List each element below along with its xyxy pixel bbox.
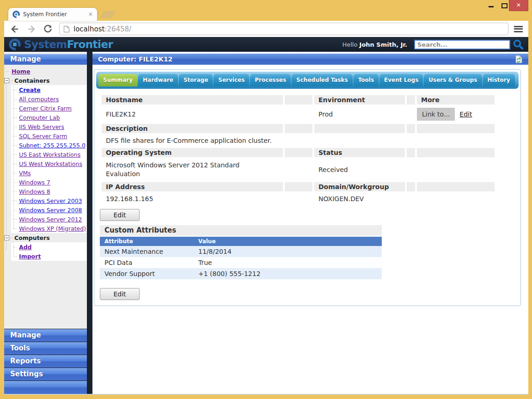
accordion-manage[interactable]: Manage bbox=[4, 329, 87, 342]
refresh-button[interactable] bbox=[43, 24, 53, 34]
hostname-label: Hostname bbox=[102, 95, 283, 104]
summary-fields-table: Hostname Environment More FILE2K12 Prod … bbox=[100, 94, 496, 206]
tab-strip: Summary Hardware Storage Services Proces… bbox=[96, 72, 519, 89]
browser-titlebar: System Frontier ✕ ✕ bbox=[0, 0, 532, 21]
sidebar-item-windows-7: Windows 7 bbox=[11, 178, 87, 187]
address-bar[interactable]: localhost:26458/ bbox=[59, 23, 508, 35]
sidebar-item-windows-server-2008: Windows Server 2008 bbox=[11, 205, 87, 215]
table-row: Next Maintenance 11/8/2014 bbox=[100, 246, 382, 257]
tab-scheduled-tasks[interactable]: Scheduled Tasks bbox=[292, 74, 353, 86]
tab-close-icon[interactable]: ✕ bbox=[88, 12, 93, 17]
sidebar-item-all-computers: All computers bbox=[11, 94, 87, 104]
tab-summary[interactable]: Summary bbox=[98, 74, 137, 86]
tree-line bbox=[6, 80, 6, 251]
window-bottom-frame bbox=[4, 394, 528, 399]
sidebar-header-manage: Manage bbox=[4, 54, 87, 65]
hostname-value: FILE2K12 bbox=[102, 106, 283, 123]
window-maximize-button[interactable] bbox=[501, 3, 508, 8]
domain-label: Domain/Workgroup bbox=[314, 182, 405, 191]
sidebar-accordion: Manage Tools Reports Settings bbox=[4, 329, 87, 394]
window-minimize-button[interactable] bbox=[489, 6, 494, 7]
description-value: DFS file shares for E-Commerce applicati… bbox=[102, 135, 495, 147]
accordion-filler bbox=[4, 381, 87, 394]
browser-menu-button[interactable] bbox=[514, 25, 523, 33]
link-to-button[interactable]: Link to... bbox=[417, 108, 455, 121]
sidebar-item-create: Create bbox=[11, 85, 87, 94]
new-tab-button[interactable] bbox=[100, 11, 116, 18]
main-content: Computer: FILE2K12 Summary Hardware Stor… bbox=[92, 52, 528, 394]
browser-toolbar: localhost:26458/ bbox=[4, 21, 528, 37]
tab-services[interactable]: Services bbox=[214, 74, 249, 86]
tab-title: System Frontier bbox=[23, 11, 88, 18]
domain-value: NOXIGEN.DEV bbox=[314, 193, 405, 205]
system-frontier-logo[interactable]: SystemFrontier bbox=[9, 38, 113, 50]
search-input[interactable] bbox=[414, 40, 510, 49]
export-page-icon[interactable] bbox=[515, 55, 523, 63]
sidebar-item-windows-server-2012: Windows Server 2012 bbox=[11, 215, 87, 224]
collapse-icon[interactable] bbox=[4, 235, 9, 240]
sidebar-item-us-east-workstations: US East Workstations bbox=[11, 150, 87, 159]
sidebar-item-sql-server-farm: SQL Server Farm bbox=[11, 131, 87, 141]
edit-custom-attributes-button[interactable]: Edit bbox=[100, 288, 140, 300]
value-column-header: Value bbox=[194, 237, 382, 246]
page-title: Computer: FILE2K12 bbox=[98, 55, 172, 63]
tab-history[interactable]: History bbox=[483, 74, 515, 86]
sidebar-item-windows-8: Windows 8 bbox=[11, 187, 87, 196]
tab-storage[interactable]: Storage bbox=[179, 74, 213, 86]
tab-processes[interactable]: Processes bbox=[250, 74, 291, 86]
custom-attributes-table: Attribute Value Next Maintenance 11/8/20… bbox=[100, 237, 382, 279]
environment-label: Environment bbox=[314, 95, 405, 104]
user-name: John Smith, Jr. bbox=[360, 41, 407, 48]
status-value: Received bbox=[314, 159, 405, 181]
table-row: PCI Data True bbox=[100, 257, 382, 268]
table-row: Vendor Support +1 (800) 555-1212 bbox=[100, 268, 382, 279]
sidebar-item-windows-server-2003: Windows Server 2003 bbox=[11, 196, 87, 205]
tab-event-logs[interactable]: Event Logs bbox=[379, 74, 423, 86]
custom-attributes-section: Custom Attributes Attribute Value Next M… bbox=[100, 225, 382, 279]
sidebar-item-add: Add bbox=[11, 242, 87, 252]
sidebar-item-vms: VMs bbox=[11, 168, 87, 178]
os-value: Microsoft Windows Server 2012 Standard E… bbox=[102, 159, 283, 181]
sidebar-item-home: Home bbox=[4, 67, 87, 76]
sidebar-tree: Home Containers Create All computers Cer… bbox=[4, 65, 87, 261]
sidebar-item-import: Import bbox=[11, 252, 87, 261]
summary-panel: Summary Hardware Storage Services Proces… bbox=[94, 69, 521, 306]
sidebar-item-windows-xp-migrated: Windows XP (Migrated) bbox=[11, 224, 87, 233]
ip-value: 192.168.1.165 bbox=[102, 193, 283, 205]
more-edit-link[interactable]: Edit bbox=[459, 110, 472, 118]
collapse-icon[interactable] bbox=[4, 78, 9, 83]
sidebar-item-us-west-workstations: US West Workstations bbox=[11, 159, 87, 168]
back-button[interactable] bbox=[10, 24, 20, 34]
browser-tab[interactable]: System Frontier ✕ bbox=[8, 8, 97, 21]
containers-children: Create All computers Cerner Citrix Farm … bbox=[11, 85, 87, 233]
os-label: Operating System bbox=[102, 148, 283, 157]
sidebar-node-computers: Computers bbox=[4, 233, 87, 242]
sidebar-node-containers: Containers bbox=[4, 76, 87, 85]
sidebar-item-subnet: Subnet: 255.255.255.0 bbox=[11, 141, 87, 150]
page-icon bbox=[63, 25, 70, 33]
accordion-reports[interactable]: Reports bbox=[4, 355, 87, 368]
app-header: SystemFrontier Hello John Smith, Jr. bbox=[4, 37, 528, 52]
sidebar-item-computer-lab: Computer Lab bbox=[11, 113, 87, 122]
tab-tools[interactable]: Tools bbox=[354, 74, 379, 86]
accordion-settings[interactable]: Settings bbox=[4, 368, 87, 381]
sidebar-item-cerner-citrix-farm: Cerner Citrix Farm bbox=[11, 104, 87, 113]
window-close-button[interactable]: ✕ bbox=[509, 0, 528, 11]
computers-children: Add Import bbox=[11, 242, 87, 261]
edit-summary-button[interactable]: Edit bbox=[100, 209, 140, 221]
sidebar-item-iis-web-servers: IIS Web Servers bbox=[11, 122, 87, 131]
ip-label: IP Address bbox=[102, 182, 283, 191]
page-title-bar: Computer: FILE2K12 bbox=[92, 54, 528, 65]
search-icon[interactable] bbox=[513, 39, 524, 50]
sidebar: Manage Home Containers Create All comput… bbox=[4, 52, 87, 394]
forward-button[interactable] bbox=[26, 24, 37, 34]
custom-attributes-title: Custom Attributes bbox=[100, 225, 382, 236]
more-label: More bbox=[417, 95, 495, 104]
tab-hardware[interactable]: Hardware bbox=[138, 74, 178, 86]
logo-icon bbox=[9, 38, 21, 50]
description-label: Description bbox=[102, 124, 283, 133]
tab-users-groups[interactable]: Users & Groups bbox=[424, 74, 482, 86]
attribute-column-header: Attribute bbox=[100, 237, 194, 246]
accordion-tools[interactable]: Tools bbox=[4, 342, 87, 355]
environment-value: Prod bbox=[314, 106, 405, 123]
